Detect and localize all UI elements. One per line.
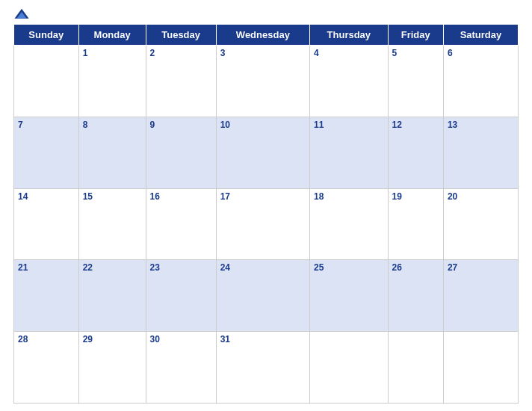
day-number: 14 — [18, 191, 28, 202]
calendar-week-row: 78910111213 — [14, 117, 519, 188]
weekday-thursday: Thursday — [310, 25, 389, 46]
day-number: 10 — [220, 120, 230, 130]
calendar-day: 6 — [443, 46, 518, 117]
calendar-day: 31 — [216, 332, 309, 404]
calendar-day: 29 — [78, 332, 146, 404]
calendar-day: 23 — [146, 260, 216, 332]
calendar-day: 12 — [388, 117, 443, 188]
day-number: 4 — [314, 48, 319, 58]
day-number: 5 — [392, 48, 398, 58]
calendar-day: 28 — [14, 332, 79, 404]
calendar-day: 18 — [310, 188, 389, 260]
day-number: 6 — [448, 48, 453, 58]
day-number: 15 — [83, 191, 93, 202]
weekday-sunday: Sunday — [14, 25, 79, 46]
weekday-wednesday: Wednesday — [216, 25, 309, 46]
weekday-tuesday: Tuesday — [146, 25, 216, 46]
logo-area — [13, 7, 36, 21]
day-number: 19 — [392, 191, 402, 202]
top-bar — [13, 7, 519, 21]
calendar-day: 14 — [14, 188, 79, 260]
calendar-day: 26 — [388, 260, 443, 332]
weekday-header-row: SundayMondayTuesdayWednesdayThursdayFrid… — [14, 25, 519, 46]
day-number: 29 — [83, 334, 93, 344]
day-number: 1 — [83, 48, 88, 58]
calendar-day: 24 — [216, 260, 309, 332]
day-number: 22 — [83, 262, 93, 273]
calendar-day: 15 — [78, 188, 146, 260]
day-number: 30 — [150, 334, 160, 344]
empty-day — [14, 46, 79, 117]
day-number: 11 — [314, 120, 324, 130]
day-number: 9 — [150, 120, 155, 130]
calendar-day: 5 — [388, 46, 443, 117]
calendar-week-row: 21222324252627 — [14, 260, 519, 332]
day-number: 12 — [392, 120, 402, 130]
day-number: 13 — [448, 120, 457, 130]
calendar-table: SundayMondayTuesdayWednesdayThursdayFrid… — [13, 24, 519, 404]
day-number: 18 — [314, 191, 324, 202]
empty-day — [310, 332, 389, 404]
day-number: 8 — [83, 120, 88, 130]
calendar-day: 8 — [78, 117, 146, 188]
day-number: 31 — [220, 334, 230, 344]
calendar-day: 13 — [443, 117, 518, 188]
calendar-week-row: 14151617181920 — [14, 188, 519, 260]
calendar-week-row: 28293031 — [14, 332, 519, 404]
calendar-day: 3 — [216, 46, 309, 117]
calendar-day: 7 — [14, 117, 79, 188]
weekday-saturday: Saturday — [443, 25, 518, 46]
day-number: 24 — [220, 262, 230, 273]
calendar-day: 1 — [78, 46, 146, 117]
calendar-day: 10 — [216, 117, 309, 188]
calendar-week-row: 123456 — [14, 46, 519, 117]
day-number: 25 — [314, 262, 324, 273]
day-number: 16 — [150, 191, 160, 202]
calendar-day: 30 — [146, 332, 216, 404]
calendar-day: 25 — [310, 260, 389, 332]
calendar-day: 17 — [216, 188, 309, 260]
day-number: 17 — [220, 191, 230, 202]
weekday-monday: Monday — [78, 25, 146, 46]
day-number: 7 — [18, 120, 23, 130]
calendar-day: 22 — [78, 260, 146, 332]
calendar-day: 2 — [146, 46, 216, 117]
calendar-day: 9 — [146, 117, 216, 188]
day-number: 28 — [18, 334, 28, 344]
day-number: 21 — [18, 262, 28, 273]
day-number: 26 — [392, 262, 402, 273]
empty-day — [443, 332, 518, 404]
calendar-day: 19 — [388, 188, 443, 260]
day-number: 23 — [150, 262, 160, 273]
calendar-day: 20 — [443, 188, 518, 260]
day-number: 3 — [220, 48, 226, 58]
calendar-day: 16 — [146, 188, 216, 260]
day-number: 20 — [448, 191, 457, 202]
day-number: 2 — [150, 48, 155, 58]
calendar-day: 21 — [14, 260, 79, 332]
weekday-friday: Friday — [388, 25, 443, 46]
calendar-day: 11 — [310, 117, 389, 188]
calendar-day: 27 — [443, 260, 518, 332]
logo-icon — [13, 7, 30, 21]
day-number: 27 — [448, 262, 457, 273]
calendar-day: 4 — [310, 46, 389, 117]
empty-day — [388, 332, 443, 404]
